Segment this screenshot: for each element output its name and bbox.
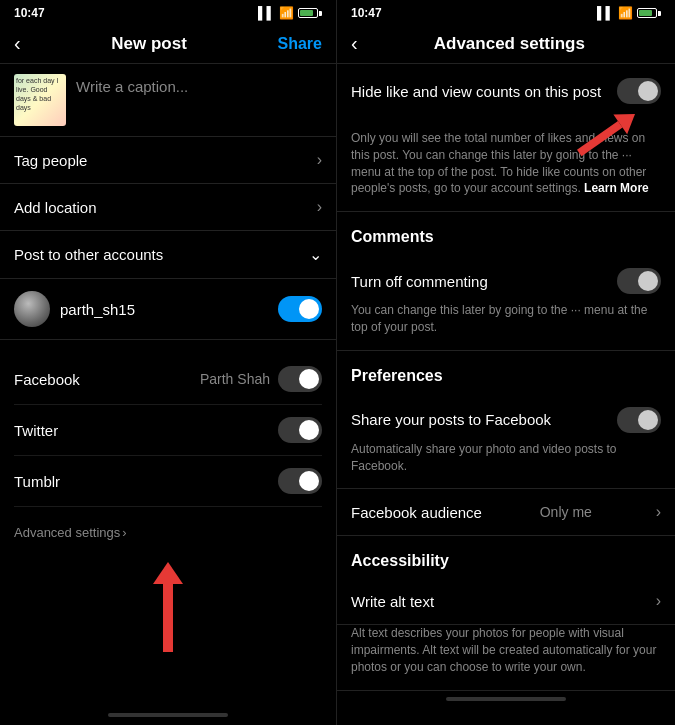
avatar — [14, 291, 50, 327]
account-toggle[interactable] — [278, 296, 322, 322]
alt-text-row[interactable]: Write alt text › — [337, 578, 675, 625]
facebook-toggle[interactable] — [278, 366, 322, 392]
tumblr-label: Tumblr — [14, 473, 278, 490]
caption-input[interactable]: Write a caption... — [76, 74, 188, 95]
turn-off-commenting-row: Turn off commenting — [337, 254, 675, 302]
post-accounts-row[interactable]: Post to other accounts ⌄ — [0, 231, 336, 279]
comments-header: Comments — [337, 212, 675, 254]
facebook-value: Parth Shah — [200, 371, 270, 387]
share-facebook-toggle[interactable] — [617, 407, 661, 433]
alt-text-label: Write alt text — [351, 593, 434, 610]
share-button[interactable]: Share — [278, 35, 322, 53]
share-facebook-description: Automatically share your photo and video… — [337, 441, 675, 490]
accessibility-header: Accessibility — [337, 536, 675, 578]
up-arrow-annotation — [153, 562, 183, 652]
turn-off-commenting-description: You can change this later by going to th… — [337, 302, 675, 351]
add-location-label: Add location — [14, 199, 97, 216]
post-thumbnail: for each day I live. Good days & bad day… — [14, 74, 66, 126]
caption-area: for each day I live. Good days & bad day… — [0, 64, 336, 137]
facebook-audience-chevron: › — [656, 503, 661, 521]
right-top-nav: ‹ Advanced settings — [337, 24, 675, 64]
home-indicator — [108, 713, 228, 717]
right-back-button[interactable]: ‹ — [351, 32, 358, 55]
right-wifi-icon: 📶 — [618, 6, 633, 20]
left-top-nav: ‹ New post Share — [0, 24, 336, 64]
facebook-audience-value: Only me — [540, 504, 592, 520]
tumblr-toggle[interactable] — [278, 468, 322, 494]
left-time: 10:47 — [14, 6, 45, 20]
tag-people-label: Tag people — [14, 152, 87, 169]
wifi-icon: 📶 — [279, 6, 294, 20]
alt-text-chevron: › — [656, 592, 661, 610]
back-button[interactable]: ‹ — [14, 32, 21, 55]
right-signal-icon: ▌▌ — [597, 6, 614, 20]
hide-counts-row: Hide like and view counts on this post — [337, 64, 675, 112]
hide-counts-label: Hide like and view counts on this post — [351, 83, 617, 100]
add-location-chevron: › — [317, 198, 322, 216]
facebook-row: Facebook Parth Shah — [14, 354, 322, 405]
twitter-row: Twitter — [14, 405, 322, 456]
twitter-toggle[interactable] — [278, 417, 322, 443]
advanced-settings-link[interactable]: Advanced settings › — [0, 507, 336, 546]
share-facebook-label: Share your posts to Facebook — [351, 411, 617, 428]
post-accounts-chevron: ⌄ — [309, 245, 322, 264]
facebook-label: Facebook — [14, 371, 200, 388]
preferences-header: Preferences — [337, 351, 675, 393]
left-page-title: New post — [111, 34, 187, 54]
facebook-audience-label: Facebook audience — [351, 504, 482, 521]
right-status-icons: ▌▌ 📶 — [597, 6, 661, 20]
account-row: parth_sh15 — [14, 291, 322, 327]
advanced-chevron: › — [122, 525, 126, 540]
left-status-bar: 10:47 ▌▌ 📶 — [0, 0, 336, 24]
tumblr-row: Tumblr — [14, 456, 322, 507]
account-username: parth_sh15 — [60, 301, 268, 318]
learn-more-link[interactable]: Learn More — [584, 181, 649, 195]
signal-icon: ▌▌ — [258, 6, 275, 20]
right-battery-icon — [637, 8, 661, 18]
right-home-indicator — [446, 697, 566, 701]
left-status-icons: ▌▌ 📶 — [258, 6, 322, 20]
tag-people-row[interactable]: Tag people › — [0, 137, 336, 184]
hide-counts-toggle[interactable] — [617, 78, 661, 104]
right-panel: 10:47 ▌▌ 📶 ‹ Advanced settings Hide like… — [337, 0, 675, 725]
post-accounts-label: Post to other accounts — [14, 246, 163, 263]
annotation-area — [0, 546, 336, 707]
battery-icon — [298, 8, 322, 18]
add-location-row[interactable]: Add location › — [0, 184, 336, 231]
tag-people-chevron: › — [317, 151, 322, 169]
right-status-bar: 10:47 ▌▌ 📶 — [337, 0, 675, 24]
social-section: Facebook Parth Shah Twitter Tumblr — [0, 340, 336, 507]
twitter-label: Twitter — [14, 422, 278, 439]
advanced-settings-label: Advanced settings — [14, 525, 120, 540]
hide-counts-description: Only you will see the total number of li… — [337, 130, 675, 212]
right-arrow-annotation — [337, 112, 675, 130]
turn-off-commenting-toggle[interactable] — [617, 268, 661, 294]
right-page-title: Advanced settings — [358, 34, 661, 54]
account-section: parth_sh15 — [0, 279, 336, 340]
left-panel: 10:47 ▌▌ 📶 ‹ New post Share for each day… — [0, 0, 337, 725]
facebook-audience-row[interactable]: Facebook audience Only me › — [337, 489, 675, 536]
alt-text-description: Alt text describes your photos for peopl… — [337, 625, 675, 690]
right-time: 10:47 — [351, 6, 382, 20]
share-facebook-row: Share your posts to Facebook — [337, 393, 675, 441]
turn-off-commenting-label: Turn off commenting — [351, 273, 617, 290]
